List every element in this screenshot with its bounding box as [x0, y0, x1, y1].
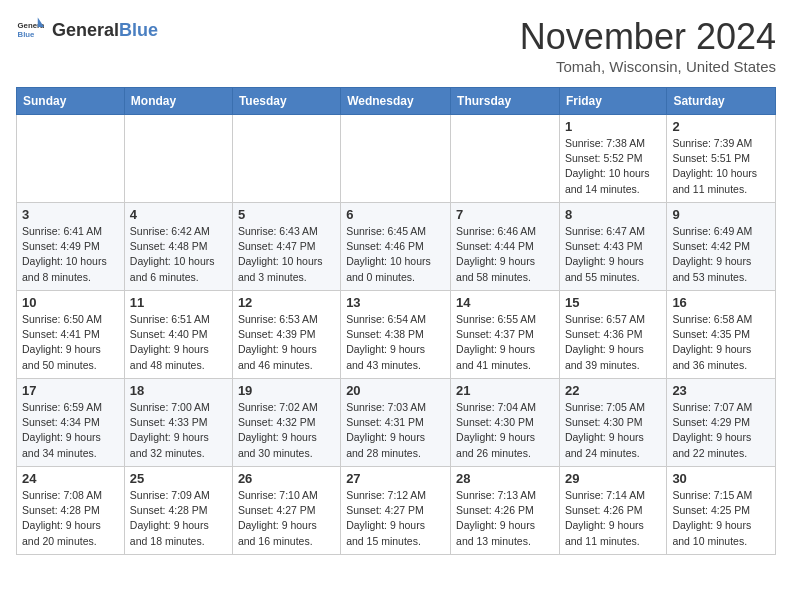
logo-icon: General Blue	[16, 16, 44, 44]
weekday-header: Thursday	[451, 88, 560, 115]
day-number: 26	[238, 471, 335, 486]
calendar-cell: 22Sunrise: 7:05 AM Sunset: 4:30 PM Dayli…	[559, 379, 666, 467]
day-info: Sunrise: 6:42 AM Sunset: 4:48 PM Dayligh…	[130, 224, 227, 285]
calendar-header: SundayMondayTuesdayWednesdayThursdayFrid…	[17, 88, 776, 115]
day-number: 1	[565, 119, 661, 134]
calendar-cell: 3Sunrise: 6:41 AM Sunset: 4:49 PM Daylig…	[17, 203, 125, 291]
calendar-cell	[232, 115, 340, 203]
calendar-cell: 29Sunrise: 7:14 AM Sunset: 4:26 PM Dayli…	[559, 467, 666, 555]
day-info: Sunrise: 7:14 AM Sunset: 4:26 PM Dayligh…	[565, 488, 661, 549]
calendar-cell: 30Sunrise: 7:15 AM Sunset: 4:25 PM Dayli…	[667, 467, 776, 555]
day-info: Sunrise: 7:38 AM Sunset: 5:52 PM Dayligh…	[565, 136, 661, 197]
calendar-cell: 19Sunrise: 7:02 AM Sunset: 4:32 PM Dayli…	[232, 379, 340, 467]
calendar-cell: 21Sunrise: 7:04 AM Sunset: 4:30 PM Dayli…	[451, 379, 560, 467]
day-info: Sunrise: 6:51 AM Sunset: 4:40 PM Dayligh…	[130, 312, 227, 373]
calendar-week-row: 24Sunrise: 7:08 AM Sunset: 4:28 PM Dayli…	[17, 467, 776, 555]
calendar-cell: 14Sunrise: 6:55 AM Sunset: 4:37 PM Dayli…	[451, 291, 560, 379]
calendar-cell	[341, 115, 451, 203]
svg-text:Blue: Blue	[18, 30, 36, 39]
calendar-cell	[124, 115, 232, 203]
day-number: 14	[456, 295, 554, 310]
day-info: Sunrise: 6:55 AM Sunset: 4:37 PM Dayligh…	[456, 312, 554, 373]
calendar-cell	[17, 115, 125, 203]
day-info: Sunrise: 6:46 AM Sunset: 4:44 PM Dayligh…	[456, 224, 554, 285]
day-info: Sunrise: 7:02 AM Sunset: 4:32 PM Dayligh…	[238, 400, 335, 461]
day-number: 4	[130, 207, 227, 222]
weekday-header: Friday	[559, 88, 666, 115]
calendar-cell: 20Sunrise: 7:03 AM Sunset: 4:31 PM Dayli…	[341, 379, 451, 467]
day-info: Sunrise: 7:13 AM Sunset: 4:26 PM Dayligh…	[456, 488, 554, 549]
day-info: Sunrise: 6:59 AM Sunset: 4:34 PM Dayligh…	[22, 400, 119, 461]
calendar-cell: 9Sunrise: 6:49 AM Sunset: 4:42 PM Daylig…	[667, 203, 776, 291]
day-number: 30	[672, 471, 770, 486]
calendar-cell: 8Sunrise: 6:47 AM Sunset: 4:43 PM Daylig…	[559, 203, 666, 291]
day-number: 22	[565, 383, 661, 398]
calendar-cell: 16Sunrise: 6:58 AM Sunset: 4:35 PM Dayli…	[667, 291, 776, 379]
day-number: 5	[238, 207, 335, 222]
day-number: 20	[346, 383, 445, 398]
calendar-table: SundayMondayTuesdayWednesdayThursdayFrid…	[16, 87, 776, 555]
day-number: 8	[565, 207, 661, 222]
calendar-week-row: 3Sunrise: 6:41 AM Sunset: 4:49 PM Daylig…	[17, 203, 776, 291]
calendar-cell: 25Sunrise: 7:09 AM Sunset: 4:28 PM Dayli…	[124, 467, 232, 555]
day-info: Sunrise: 6:41 AM Sunset: 4:49 PM Dayligh…	[22, 224, 119, 285]
logo-blue: Blue	[119, 20, 158, 41]
weekday-row: SundayMondayTuesdayWednesdayThursdayFrid…	[17, 88, 776, 115]
day-info: Sunrise: 6:57 AM Sunset: 4:36 PM Dayligh…	[565, 312, 661, 373]
day-number: 18	[130, 383, 227, 398]
day-number: 12	[238, 295, 335, 310]
weekday-header: Sunday	[17, 88, 125, 115]
calendar-cell: 10Sunrise: 6:50 AM Sunset: 4:41 PM Dayli…	[17, 291, 125, 379]
calendar-week-row: 10Sunrise: 6:50 AM Sunset: 4:41 PM Dayli…	[17, 291, 776, 379]
day-number: 11	[130, 295, 227, 310]
day-number: 19	[238, 383, 335, 398]
calendar-cell: 23Sunrise: 7:07 AM Sunset: 4:29 PM Dayli…	[667, 379, 776, 467]
day-number: 9	[672, 207, 770, 222]
day-number: 16	[672, 295, 770, 310]
calendar-cell: 17Sunrise: 6:59 AM Sunset: 4:34 PM Dayli…	[17, 379, 125, 467]
day-info: Sunrise: 7:39 AM Sunset: 5:51 PM Dayligh…	[672, 136, 770, 197]
logo-general: General	[52, 20, 119, 41]
day-info: Sunrise: 6:58 AM Sunset: 4:35 PM Dayligh…	[672, 312, 770, 373]
day-info: Sunrise: 6:47 AM Sunset: 4:43 PM Dayligh…	[565, 224, 661, 285]
calendar-cell: 13Sunrise: 6:54 AM Sunset: 4:38 PM Dayli…	[341, 291, 451, 379]
calendar-cell: 24Sunrise: 7:08 AM Sunset: 4:28 PM Dayli…	[17, 467, 125, 555]
day-info: Sunrise: 7:07 AM Sunset: 4:29 PM Dayligh…	[672, 400, 770, 461]
day-number: 23	[672, 383, 770, 398]
day-number: 28	[456, 471, 554, 486]
day-number: 2	[672, 119, 770, 134]
location-title: Tomah, Wisconsin, United States	[520, 58, 776, 75]
calendar-cell: 11Sunrise: 6:51 AM Sunset: 4:40 PM Dayli…	[124, 291, 232, 379]
day-number: 3	[22, 207, 119, 222]
calendar-body: 1Sunrise: 7:38 AM Sunset: 5:52 PM Daylig…	[17, 115, 776, 555]
weekday-header: Saturday	[667, 88, 776, 115]
day-info: Sunrise: 7:04 AM Sunset: 4:30 PM Dayligh…	[456, 400, 554, 461]
page-header: General Blue General Blue November 2024 …	[16, 16, 776, 75]
day-info: Sunrise: 6:53 AM Sunset: 4:39 PM Dayligh…	[238, 312, 335, 373]
calendar-cell: 15Sunrise: 6:57 AM Sunset: 4:36 PM Dayli…	[559, 291, 666, 379]
day-number: 27	[346, 471, 445, 486]
weekday-header: Wednesday	[341, 88, 451, 115]
day-info: Sunrise: 7:10 AM Sunset: 4:27 PM Dayligh…	[238, 488, 335, 549]
weekday-header: Monday	[124, 88, 232, 115]
calendar-week-row: 1Sunrise: 7:38 AM Sunset: 5:52 PM Daylig…	[17, 115, 776, 203]
day-info: Sunrise: 7:08 AM Sunset: 4:28 PM Dayligh…	[22, 488, 119, 549]
day-info: Sunrise: 6:50 AM Sunset: 4:41 PM Dayligh…	[22, 312, 119, 373]
day-info: Sunrise: 6:54 AM Sunset: 4:38 PM Dayligh…	[346, 312, 445, 373]
day-number: 17	[22, 383, 119, 398]
day-number: 25	[130, 471, 227, 486]
calendar-cell: 7Sunrise: 6:46 AM Sunset: 4:44 PM Daylig…	[451, 203, 560, 291]
day-info: Sunrise: 7:03 AM Sunset: 4:31 PM Dayligh…	[346, 400, 445, 461]
day-info: Sunrise: 7:15 AM Sunset: 4:25 PM Dayligh…	[672, 488, 770, 549]
weekday-header: Tuesday	[232, 88, 340, 115]
day-number: 15	[565, 295, 661, 310]
day-number: 13	[346, 295, 445, 310]
month-title: November 2024	[520, 16, 776, 58]
day-number: 6	[346, 207, 445, 222]
day-number: 24	[22, 471, 119, 486]
calendar-cell: 26Sunrise: 7:10 AM Sunset: 4:27 PM Dayli…	[232, 467, 340, 555]
calendar-cell: 28Sunrise: 7:13 AM Sunset: 4:26 PM Dayli…	[451, 467, 560, 555]
logo: General Blue General Blue	[16, 16, 158, 44]
day-info: Sunrise: 6:45 AM Sunset: 4:46 PM Dayligh…	[346, 224, 445, 285]
calendar-cell: 5Sunrise: 6:43 AM Sunset: 4:47 PM Daylig…	[232, 203, 340, 291]
